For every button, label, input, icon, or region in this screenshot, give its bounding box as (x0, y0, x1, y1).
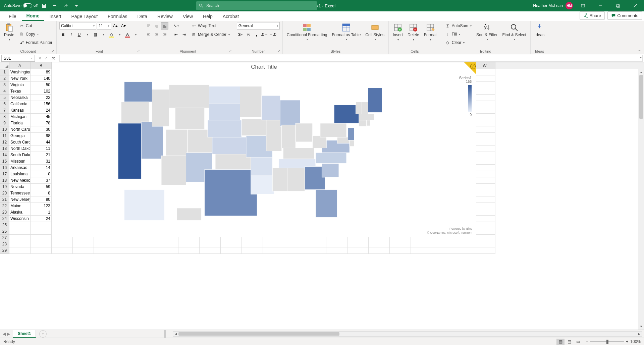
cell[interactable]: Virginia (9, 82, 31, 88)
cell[interactable] (263, 247, 284, 254)
cell[interactable] (178, 247, 200, 254)
cell[interactable] (347, 241, 369, 247)
tab-review[interactable]: Review (153, 12, 177, 21)
cell[interactable]: Tennessee (9, 190, 31, 196)
percent-format-icon[interactable]: % (245, 31, 252, 38)
cell[interactable]: Texas (9, 88, 31, 95)
row-header[interactable]: 6 (0, 101, 9, 107)
align-top-icon[interactable] (145, 22, 152, 30)
cell[interactable]: 156 (31, 101, 52, 107)
cell[interactable]: 24 (31, 107, 52, 114)
state-florida[interactable] (316, 190, 337, 218)
state-north-dakota[interactable] (209, 86, 240, 103)
cell[interactable]: New York (9, 75, 31, 82)
chart-info-corner[interactable]: i (464, 62, 476, 74)
cell[interactable] (474, 222, 495, 228)
save-icon[interactable] (40, 2, 48, 10)
accounting-format-icon[interactable]: $▾ (237, 31, 244, 38)
cell[interactable] (474, 126, 495, 133)
cell[interactable] (31, 247, 52, 254)
row-header[interactable]: 19 (0, 184, 9, 190)
cell[interactable]: 11 (31, 146, 52, 152)
redo-icon[interactable] (62, 2, 70, 10)
minimize-icon[interactable] (593, 0, 608, 11)
ideas-button[interactable]: Ideas (533, 22, 546, 38)
cell[interactable] (474, 95, 495, 101)
cell[interactable] (263, 241, 284, 247)
format-cells-button[interactable]: Format▾ (423, 22, 438, 43)
clear-button[interactable]: ◇Clear▾ (444, 39, 473, 46)
cell[interactable] (305, 247, 326, 254)
conditional-formatting-button[interactable]: Conditional Formatting▾ (285, 22, 329, 42)
cell[interactable]: 45 (31, 114, 52, 120)
align-center-icon[interactable] (153, 31, 160, 38)
cell[interactable] (31, 228, 52, 235)
paste-button[interactable]: Paste▾ (3, 22, 16, 43)
align-bottom-icon[interactable] (161, 22, 168, 30)
row-header[interactable]: 5 (0, 95, 9, 101)
state-mississippi[interactable] (272, 168, 288, 191)
state-new-jersey[interactable] (348, 128, 354, 140)
cell[interactable]: Wisconsin (9, 216, 31, 222)
wrap-text-button[interactable]: ↩Wrap Text (190, 22, 231, 30)
cell[interactable] (31, 235, 52, 241)
scroll-left-icon[interactable]: ◀ (173, 332, 178, 336)
row-header[interactable]: 1 (0, 69, 9, 75)
page-break-view-icon[interactable]: ▭ (574, 339, 582, 345)
row-header[interactable]: 17 (0, 171, 9, 177)
cell[interactable]: New Jersey (9, 196, 31, 203)
tab-acrobat[interactable]: Acrobat (218, 12, 244, 21)
tab-home[interactable]: Home (22, 11, 44, 21)
undo-icon[interactable] (51, 2, 59, 10)
row-header[interactable]: 25 (0, 222, 9, 228)
cell[interactable] (474, 114, 495, 120)
launcher-icon[interactable]: ⤢ (137, 49, 141, 53)
cell[interactable] (9, 247, 31, 254)
cell[interactable]: Maine (9, 203, 31, 209)
merge-center-button[interactable]: ⊟Merge & Center▾ (190, 31, 231, 38)
cell[interactable] (73, 241, 94, 247)
cell[interactable]: 123 (31, 203, 52, 209)
fill-button[interactable]: ↓Fill▾ (444, 31, 473, 38)
state-ohio[interactable] (296, 123, 313, 142)
state-montana[interactable] (169, 85, 209, 108)
decrease-decimal-icon[interactable]: ←.0 (269, 31, 276, 38)
row-header[interactable]: 18 (0, 177, 9, 184)
cell[interactable] (115, 247, 136, 254)
cell[interactable] (9, 235, 31, 241)
cell[interactable] (390, 247, 411, 254)
decrease-indent-icon[interactable]: ⇤ (172, 31, 180, 38)
tab-help[interactable]: Help (198, 12, 217, 21)
cell[interactable] (474, 171, 495, 177)
cell[interactable] (221, 241, 242, 247)
zoom-slider[interactable] (590, 341, 624, 342)
hscroll-thumb[interactable] (178, 332, 339, 336)
state-arkansas[interactable] (251, 157, 272, 176)
share-button[interactable]: Share (580, 11, 605, 20)
name-box[interactable]: S31▾ (1, 55, 35, 62)
cell[interactable]: 22 (31, 95, 52, 101)
cell[interactable] (284, 247, 305, 254)
orientation-icon[interactable]: ⤡▾ (172, 22, 180, 30)
expand-formula-icon[interactable]: ▾ (640, 56, 642, 59)
row-header[interactable]: 11 (0, 133, 9, 139)
row-header[interactable]: 3 (0, 82, 9, 88)
cell[interactable] (157, 247, 178, 254)
cell[interactable]: 31 (31, 158, 52, 165)
cell[interactable] (474, 177, 495, 184)
column-header-A[interactable]: A (9, 62, 31, 69)
chart-title[interactable]: Chart Title (52, 62, 476, 70)
launcher-icon[interactable]: ⤢ (277, 49, 281, 53)
cell[interactable] (474, 196, 495, 203)
row-header[interactable]: 4 (0, 88, 9, 95)
maximize-icon[interactable] (610, 0, 625, 11)
cell[interactable] (474, 152, 495, 158)
cell[interactable] (474, 228, 495, 235)
cell[interactable]: 30 (31, 126, 52, 133)
cell[interactable]: 89 (31, 69, 52, 75)
underline-button[interactable]: U (75, 31, 83, 38)
cell[interactable] (31, 222, 52, 228)
state-alaska[interactable] (124, 190, 165, 221)
font-color-dropdown[interactable]: ▾ (132, 31, 139, 38)
tab-file[interactable]: File (4, 12, 21, 21)
